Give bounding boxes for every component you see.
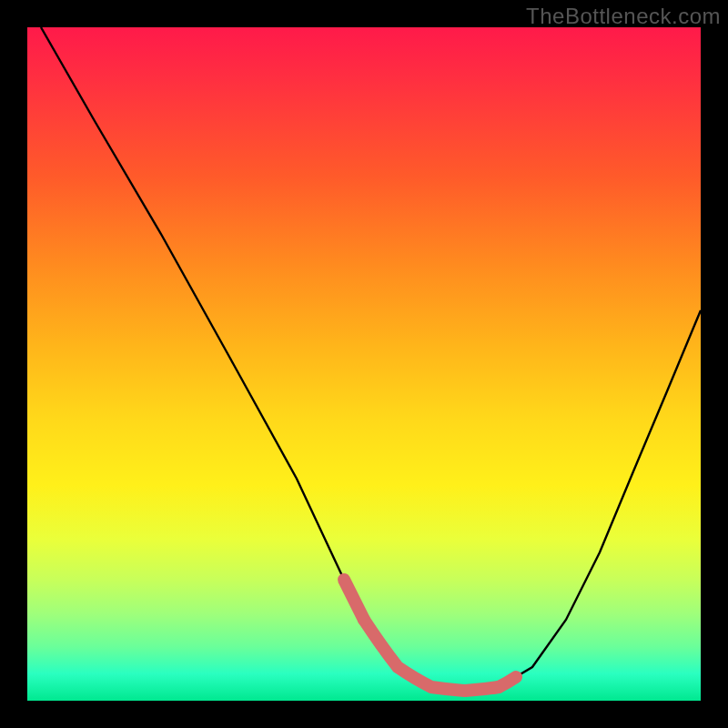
chart-frame: TheBottleneck.com [0, 0, 728, 728]
plot-area [27, 27, 701, 701]
highlight-right-tail [499, 677, 516, 687]
watermark-text: TheBottleneck.com [526, 4, 721, 29]
curve-svg [27, 27, 701, 701]
bottleneck-curve [41, 27, 701, 691]
highlight-band [364, 620, 499, 691]
highlight-left-tail [344, 580, 364, 620]
